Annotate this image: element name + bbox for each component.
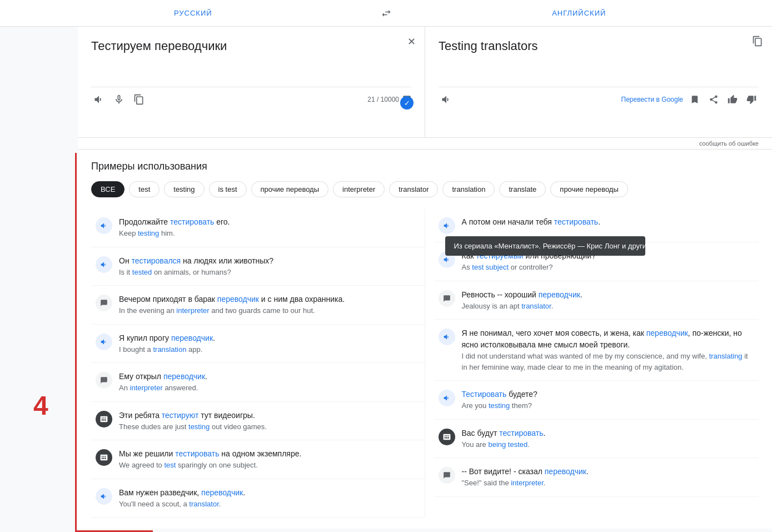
example-text: Вас будут тестировать. You are being tes… <box>462 427 755 450</box>
example-ru-text: Я не понимал, чего хочет моя совесть, и … <box>462 327 755 351</box>
example-ru-text: Тестировать будете? <box>462 389 755 400</box>
highlight: тестируют <box>162 411 199 420</box>
examples-section: Примеры использования ВСЕ test testing i… <box>78 150 772 529</box>
list-item: Тестировать будете? Are you testing them… <box>434 381 759 420</box>
swap-languages-button[interactable] <box>375 8 397 19</box>
example-ru-text: Он тестировался на людях или животных? <box>119 255 420 267</box>
example-ru-text: А потом они начали тебя тестировать. <box>462 216 755 228</box>
example-en-text: Jealousy is an apt translator. <box>462 301 755 312</box>
highlight: тестировался <box>132 256 181 265</box>
highlight: тестировать <box>170 217 214 226</box>
list-item: Продолжайте тестировать его. Keep testin… <box>91 208 425 247</box>
highlight-en: test <box>164 461 176 469</box>
highlight-en: testing <box>489 401 510 410</box>
chip-is-test[interactable]: is test <box>209 181 247 197</box>
examples-title: Примеры использования <box>91 161 759 172</box>
highlight-en: test subject <box>472 263 509 271</box>
input-toolbar: 21 / 10000 <box>91 87 411 107</box>
example-ru-text: Ему открыл переводчик. <box>119 371 420 382</box>
speaker-button[interactable] <box>91 92 107 107</box>
highlight: переводчик <box>545 467 586 476</box>
output-panel: Testing translators Перевести в Google <box>425 27 772 137</box>
example-icon <box>439 290 455 307</box>
chip-testing[interactable]: testing <box>164 181 204 197</box>
source-text[interactable]: Тестируем переводчики <box>91 38 411 82</box>
example-icon <box>439 329 455 345</box>
translated-text: Testing translators <box>439 38 759 82</box>
source-lang-label[interactable]: РУССКИЙ <box>163 3 223 23</box>
examples-right-column: А потом они начали тебя тестировать. Из … <box>425 208 759 518</box>
list-item: Эти ребята тестируют тут видеоигры. Thes… <box>91 402 425 441</box>
input-panel: Тестируем переводчики ✕ 21 / 10000 <box>78 27 425 137</box>
example-icon <box>96 295 112 311</box>
example-icon <box>439 217 455 234</box>
chip-interpreter[interactable]: interpreter <box>333 181 385 197</box>
chip-translator[interactable]: translator <box>389 181 438 197</box>
example-text: Вам нужен разведчик, переводчик. You'll … <box>119 487 420 510</box>
chip-translate[interactable]: translate <box>499 181 546 197</box>
highlight: переводчик <box>539 290 580 299</box>
highlight-en: tested <box>132 268 152 276</box>
chip-all[interactable]: ВСЕ <box>91 181 124 197</box>
example-en-text: Keep testing him. <box>119 228 420 239</box>
example-text: А потом они начали тебя тестировать. Из … <box>462 216 755 228</box>
example-icon <box>96 488 112 505</box>
list-item: Я не понимал, чего хочет моя совесть, и … <box>434 320 759 381</box>
share-button[interactable] <box>706 92 721 107</box>
list-item: Вам нужен разведчик, переводчик. You'll … <box>91 479 425 518</box>
list-item: Мы же решили тестировать на одном экземп… <box>91 440 425 479</box>
example-icon <box>96 217 112 234</box>
thumbs-up-button[interactable] <box>725 92 740 107</box>
translator-container: Тестируем переводчики ✕ 21 / 10000 <box>78 27 772 138</box>
example-ru-text: Мы же решили тестировать на одном экземп… <box>119 448 420 460</box>
examples-grid: Продолжайте тестировать его. Keep testin… <box>91 208 759 518</box>
mic-button[interactable] <box>111 92 127 107</box>
example-icon <box>439 390 455 406</box>
chip-translation[interactable]: translation <box>442 181 495 197</box>
example-en-text: As test subject or controller? <box>462 262 755 273</box>
chip-other-translations-2[interactable]: прочие переводы <box>550 181 627 197</box>
example-text: Эти ребята тестируют тут видеоигры. Thes… <box>119 410 420 432</box>
check-icon <box>400 96 414 110</box>
list-item: Вечером приходят в барак переводчик и с … <box>91 286 425 325</box>
example-text: Ему открыл переводчик. An interpreter an… <box>119 371 420 394</box>
language-bar: РУССКИЙ АНГЛИЙСКИЙ <box>0 0 772 27</box>
clear-button[interactable]: ✕ <box>407 36 416 48</box>
translate-google-button[interactable]: Перевести в Google <box>621 96 684 103</box>
example-text: Тестировать будете? Are you testing them… <box>462 389 755 411</box>
copy-output-button[interactable] <box>752 36 763 49</box>
chip-test[interactable]: test <box>129 181 160 197</box>
highlight: переводчик <box>646 329 688 337</box>
highlight: переводчик <box>163 372 205 381</box>
example-icon <box>96 256 112 273</box>
examples-left-column: Продолжайте тестировать его. Keep testin… <box>91 208 425 518</box>
list-item: Я купил прогу переводчик. I bought a tra… <box>91 325 425 364</box>
report-error-link[interactable]: сообщить об ошибке <box>699 140 759 147</box>
example-en-text: We agreed to test sparingly on one subje… <box>119 460 420 471</box>
output-toolbar: Перевести в Google <box>439 87 759 107</box>
report-error-bar: сообщить об ошибке <box>78 138 772 150</box>
bookmark-button[interactable] <box>688 92 702 107</box>
chip-other-translations-1[interactable]: прочие переводы <box>251 181 328 197</box>
example-en-text: "See!" said the interpreter. <box>462 478 755 489</box>
thumbs-down-button[interactable] <box>744 92 759 107</box>
list-item: Он тестировался на людях или животных? I… <box>91 247 425 286</box>
copy-input-button[interactable] <box>131 92 147 107</box>
output-speaker-button[interactable] <box>439 92 454 107</box>
highlight-en: interpreter <box>176 306 209 315</box>
example-ru-text: Вечером приходят в барак переводчик и с … <box>119 294 420 305</box>
example-en-text: Is it tested on animals, or humans? <box>119 267 420 278</box>
list-item: Ему открыл переводчик. An interpreter an… <box>91 363 425 402</box>
example-text: -- Вот видите! - сказал переводчик. "See… <box>462 466 755 489</box>
target-lang-label[interactable]: АНГЛИЙСКИЙ <box>541 3 617 23</box>
example-text: Я купил прогу переводчик. I bought a tra… <box>119 332 420 355</box>
highlight-en: testing <box>188 422 210 431</box>
highlight: Тестировать <box>462 390 507 399</box>
example-text: Ревность -- хороший переводчик. Jealousy… <box>462 289 755 312</box>
example-icon <box>439 429 455 445</box>
example-en-text: Are you testing them? <box>462 400 755 411</box>
list-item: А потом они начали тебя тестировать. Из … <box>434 208 759 242</box>
example-en-text: In the evening an interpreter and two gu… <box>119 305 420 316</box>
red-border-left <box>75 153 77 529</box>
example-ru-text: Продолжайте тестировать его. <box>119 216 420 228</box>
